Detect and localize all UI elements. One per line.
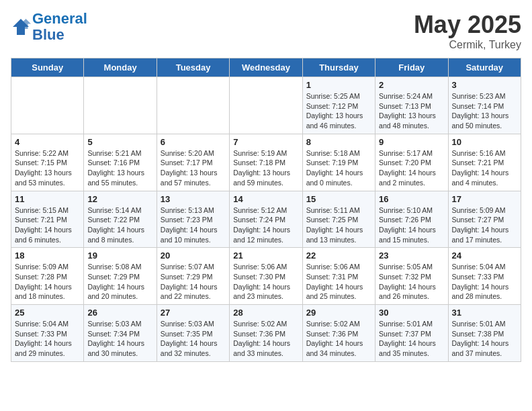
day-info: Sunrise: 5:12 AM Sunset: 7:24 PM Dayligh… <box>233 205 298 245</box>
day-number: 7 <box>233 137 298 147</box>
day-number: 5 <box>87 137 152 147</box>
day-number: 8 <box>306 137 371 147</box>
day-info: Sunrise: 5:11 AM Sunset: 7:25 PM Dayligh… <box>306 205 371 245</box>
day-info: Sunrise: 5:15 AM Sunset: 7:21 PM Dayligh… <box>15 205 80 245</box>
day-info: Sunrise: 5:09 AM Sunset: 7:27 PM Dayligh… <box>452 205 517 245</box>
day-number: 12 <box>87 194 152 204</box>
day-info: Sunrise: 5:24 AM Sunset: 7:13 PM Dayligh… <box>379 91 444 131</box>
calendar-cell: 2Sunrise: 5:24 AM Sunset: 7:13 PM Daylig… <box>375 77 448 134</box>
calendar-cell: 17Sunrise: 5:09 AM Sunset: 7:27 PM Dayli… <box>448 191 521 248</box>
day-info: Sunrise: 5:03 AM Sunset: 7:35 PM Dayligh… <box>161 319 226 359</box>
calendar-cell: 22Sunrise: 5:06 AM Sunset: 7:31 PM Dayli… <box>302 248 375 305</box>
calendar-table: SundayMondayTuesdayWednesdayThursdayFrid… <box>11 58 521 362</box>
calendar-cell: 6Sunrise: 5:20 AM Sunset: 7:17 PM Daylig… <box>157 134 229 191</box>
day-number: 29 <box>306 308 371 318</box>
calendar-cell: 3Sunrise: 5:23 AM Sunset: 7:14 PM Daylig… <box>448 77 521 134</box>
day-info: Sunrise: 5:01 AM Sunset: 7:38 PM Dayligh… <box>452 319 517 359</box>
calendar-cell: 29Sunrise: 5:02 AM Sunset: 7:36 PM Dayli… <box>302 305 375 362</box>
day-info: Sunrise: 5:04 AM Sunset: 7:33 PM Dayligh… <box>15 319 80 359</box>
day-number: 31 <box>452 308 517 318</box>
calendar-cell <box>157 77 229 134</box>
day-number: 28 <box>233 308 298 318</box>
calendar-cell: 10Sunrise: 5:16 AM Sunset: 7:21 PM Dayli… <box>448 134 521 191</box>
calendar-cell <box>11 77 84 134</box>
logo-icon <box>11 17 31 37</box>
weekday-header-tuesday: Tuesday <box>157 58 229 77</box>
day-info: Sunrise: 5:02 AM Sunset: 7:36 PM Dayligh… <box>306 319 371 359</box>
weekday-header-monday: Monday <box>84 58 157 77</box>
day-info: Sunrise: 5:25 AM Sunset: 7:12 PM Dayligh… <box>306 91 371 131</box>
day-info: Sunrise: 5:03 AM Sunset: 7:34 PM Dayligh… <box>87 319 152 359</box>
day-number: 6 <box>161 137 226 147</box>
weekday-header-thursday: Thursday <box>302 58 375 77</box>
day-info: Sunrise: 5:16 AM Sunset: 7:21 PM Dayligh… <box>452 148 517 188</box>
day-info: Sunrise: 5:20 AM Sunset: 7:17 PM Dayligh… <box>161 148 226 188</box>
calendar-cell: 28Sunrise: 5:02 AM Sunset: 7:36 PM Dayli… <box>230 305 302 362</box>
day-number: 21 <box>233 250 298 261</box>
day-number: 20 <box>161 250 226 261</box>
day-info: Sunrise: 5:14 AM Sunset: 7:22 PM Dayligh… <box>87 205 152 245</box>
day-number: 14 <box>233 194 298 204</box>
calendar-cell: 27Sunrise: 5:03 AM Sunset: 7:35 PM Dayli… <box>157 305 229 362</box>
day-number: 2 <box>379 80 444 90</box>
day-info: Sunrise: 5:09 AM Sunset: 7:28 PM Dayligh… <box>15 262 80 302</box>
day-number: 17 <box>452 194 517 204</box>
calendar-cell: 14Sunrise: 5:12 AM Sunset: 7:24 PM Dayli… <box>230 191 302 248</box>
calendar-cell: 21Sunrise: 5:06 AM Sunset: 7:30 PM Dayli… <box>230 248 302 305</box>
day-number: 16 <box>379 194 444 204</box>
title-block: May 2025 Cermik, Turkey <box>414 11 521 51</box>
day-info: Sunrise: 5:17 AM Sunset: 7:20 PM Dayligh… <box>379 148 444 188</box>
calendar-cell: 18Sunrise: 5:09 AM Sunset: 7:28 PM Dayli… <box>11 248 84 305</box>
day-number: 4 <box>15 137 80 147</box>
day-info: Sunrise: 5:23 AM Sunset: 7:14 PM Dayligh… <box>452 91 517 131</box>
day-info: Sunrise: 5:21 AM Sunset: 7:16 PM Dayligh… <box>87 148 152 188</box>
day-info: Sunrise: 5:08 AM Sunset: 7:29 PM Dayligh… <box>87 262 152 302</box>
calendar-cell: 26Sunrise: 5:03 AM Sunset: 7:34 PM Dayli… <box>84 305 157 362</box>
day-info: Sunrise: 5:06 AM Sunset: 7:31 PM Dayligh… <box>306 262 371 302</box>
day-number: 30 <box>379 308 444 318</box>
location-subtitle: Cermik, Turkey <box>414 39 521 51</box>
calendar-cell: 11Sunrise: 5:15 AM Sunset: 7:21 PM Dayli… <box>11 191 84 248</box>
calendar-cell: 5Sunrise: 5:21 AM Sunset: 7:16 PM Daylig… <box>84 134 157 191</box>
weekday-header-sunday: Sunday <box>11 58 84 77</box>
day-info: Sunrise: 5:18 AM Sunset: 7:19 PM Dayligh… <box>306 148 371 188</box>
day-number: 10 <box>452 137 517 147</box>
weekday-header-wednesday: Wednesday <box>230 58 302 77</box>
day-number: 15 <box>306 194 371 204</box>
day-number: 18 <box>15 250 80 261</box>
day-info: Sunrise: 5:04 AM Sunset: 7:33 PM Dayligh… <box>452 262 517 302</box>
day-number: 24 <box>452 250 517 261</box>
calendar-cell: 20Sunrise: 5:07 AM Sunset: 7:29 PM Dayli… <box>157 248 229 305</box>
calendar-cell: 23Sunrise: 5:05 AM Sunset: 7:32 PM Dayli… <box>375 248 448 305</box>
calendar-cell: 4Sunrise: 5:22 AM Sunset: 7:15 PM Daylig… <box>11 134 84 191</box>
calendar-cell: 31Sunrise: 5:01 AM Sunset: 7:38 PM Dayli… <box>448 305 521 362</box>
day-info: Sunrise: 5:10 AM Sunset: 7:26 PM Dayligh… <box>379 205 444 245</box>
logo-text: GeneralBlue <box>32 11 87 43</box>
calendar-cell: 13Sunrise: 5:13 AM Sunset: 7:23 PM Dayli… <box>157 191 229 248</box>
calendar-cell: 15Sunrise: 5:11 AM Sunset: 7:25 PM Dayli… <box>302 191 375 248</box>
calendar-cell: 12Sunrise: 5:14 AM Sunset: 7:22 PM Dayli… <box>84 191 157 248</box>
logo: GeneralBlue <box>11 11 87 43</box>
day-number: 13 <box>161 194 226 204</box>
calendar-cell <box>84 77 157 134</box>
day-number: 26 <box>87 308 152 318</box>
day-number: 22 <box>306 250 371 261</box>
calendar-cell: 8Sunrise: 5:18 AM Sunset: 7:19 PM Daylig… <box>302 134 375 191</box>
day-info: Sunrise: 5:05 AM Sunset: 7:32 PM Dayligh… <box>379 262 444 302</box>
day-number: 27 <box>161 308 226 318</box>
day-info: Sunrise: 5:19 AM Sunset: 7:18 PM Dayligh… <box>233 148 298 188</box>
calendar-cell: 7Sunrise: 5:19 AM Sunset: 7:18 PM Daylig… <box>230 134 302 191</box>
day-info: Sunrise: 5:06 AM Sunset: 7:30 PM Dayligh… <box>233 262 298 302</box>
calendar-cell: 30Sunrise: 5:01 AM Sunset: 7:37 PM Dayli… <box>375 305 448 362</box>
day-number: 25 <box>15 308 80 318</box>
month-title: May 2025 <box>414 11 521 39</box>
day-info: Sunrise: 5:02 AM Sunset: 7:36 PM Dayligh… <box>233 319 298 359</box>
day-number: 23 <box>379 250 444 261</box>
day-number: 11 <box>15 194 80 204</box>
calendar-cell: 24Sunrise: 5:04 AM Sunset: 7:33 PM Dayli… <box>448 248 521 305</box>
calendar-cell: 9Sunrise: 5:17 AM Sunset: 7:20 PM Daylig… <box>375 134 448 191</box>
weekday-header-saturday: Saturday <box>448 58 521 77</box>
calendar-cell: 25Sunrise: 5:04 AM Sunset: 7:33 PM Dayli… <box>11 305 84 362</box>
day-number: 1 <box>306 80 371 90</box>
day-number: 19 <box>87 250 152 261</box>
